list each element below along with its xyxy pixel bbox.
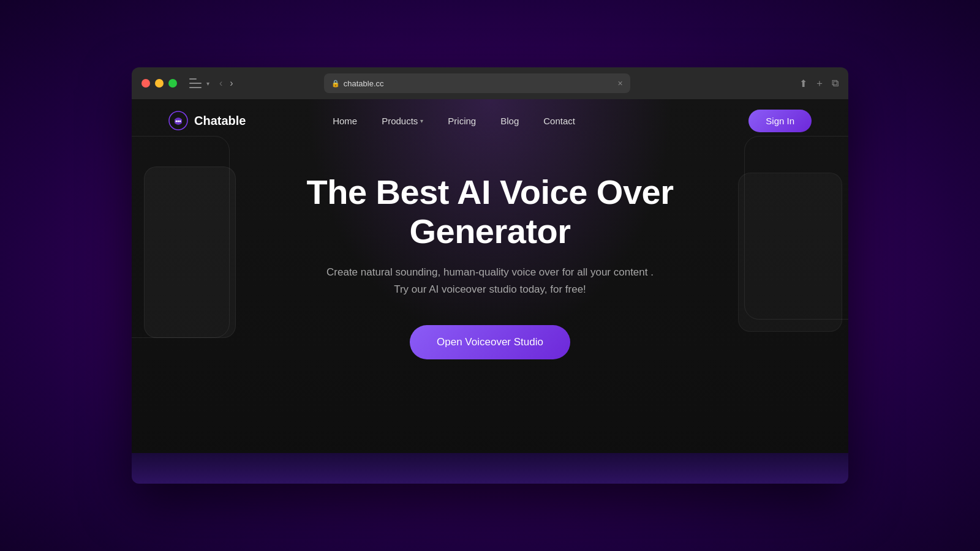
tab-overview-button[interactable]: ⧉ <box>832 78 839 89</box>
svg-point-3 <box>179 121 181 122</box>
nav-products[interactable]: Products ▾ <box>382 116 423 126</box>
new-tab-button[interactable]: ＋ <box>815 77 824 90</box>
back-button[interactable]: ‹ <box>217 77 225 90</box>
nav-home[interactable]: Home <box>333 116 357 126</box>
browser-window: ▾ ‹ › 🔒 chatable.cc × ⬆ ＋ ⧉ <box>132 67 848 484</box>
hero-subtitle2: Try our AI voiceover studio today, for f… <box>156 283 824 296</box>
nav-blog[interactable]: Blog <box>500 116 519 126</box>
logo-text: Chatable <box>194 114 246 128</box>
browser-controls: ▾ <box>189 78 209 88</box>
nav-contact[interactable]: Contact <box>543 116 575 126</box>
url-bar[interactable]: 🔒 chatable.cc × <box>324 73 630 93</box>
bottom-section-peek <box>132 453 848 484</box>
sign-in-button[interactable]: Sign In <box>748 110 812 132</box>
clear-url-button[interactable]: × <box>618 78 623 88</box>
website-content: Chatable Home Products ▾ Pricing Blog Co… <box>132 99 848 484</box>
logo-icon <box>168 111 188 130</box>
svg-point-1 <box>176 121 178 122</box>
maximize-window-button[interactable] <box>168 79 177 88</box>
nav-links: Home Products ▾ Pricing Blog Contact <box>333 116 575 126</box>
traffic-lights <box>141 79 177 88</box>
navigation: Chatable Home Products ▾ Pricing Blog Co… <box>132 99 848 142</box>
hero-section: The Best AI Voice Over Generator Create … <box>132 142 848 384</box>
logo[interactable]: Chatable <box>168 111 246 130</box>
url-text: chatable.cc <box>344 79 384 88</box>
products-chevron-icon: ▾ <box>420 118 423 124</box>
website-wrapper: Chatable Home Products ▾ Pricing Blog Co… <box>132 99 848 484</box>
forward-button[interactable]: › <box>227 77 235 90</box>
browser-actions: ⬆ ＋ ⧉ <box>799 77 839 90</box>
open-voiceover-studio-button[interactable]: Open Voiceover Studio <box>410 325 570 359</box>
nav-arrows: ‹ › <box>217 77 236 90</box>
browser-chrome: ▾ ‹ › 🔒 chatable.cc × ⬆ ＋ ⧉ <box>132 67 848 99</box>
nav-pricing[interactable]: Pricing <box>448 116 476 126</box>
hero-subtitle: Create natural sounding, human-quality v… <box>156 266 824 279</box>
hero-title: The Best AI Voice Over Generator <box>276 173 704 252</box>
close-window-button[interactable] <box>141 79 150 88</box>
minimize-window-button[interactable] <box>155 79 164 88</box>
share-button[interactable]: ⬆ <box>799 78 807 89</box>
svg-point-2 <box>178 121 179 122</box>
tab-dropdown-icon[interactable]: ▾ <box>206 80 209 87</box>
security-icon: 🔒 <box>331 80 340 88</box>
sidebar-toggle-button[interactable] <box>189 78 202 88</box>
